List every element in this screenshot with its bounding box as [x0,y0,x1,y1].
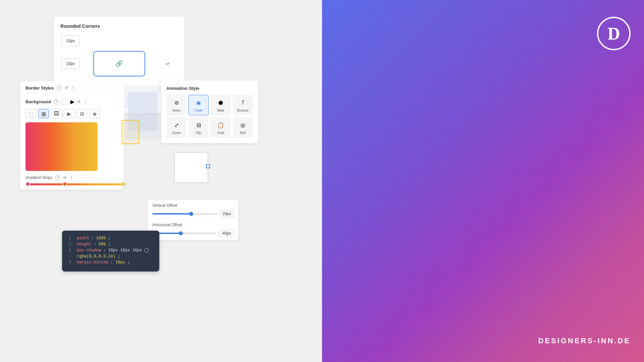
gradient-stop-2[interactable] [62,182,67,186]
code-text-1: width : 100% ; [77,236,111,241]
code-line-num-2: 2 [69,242,73,247]
background-more-icon[interactable]: ⋮ [83,99,88,105]
code-text-3b: rgba(0,0,0,0.24) ; [77,254,120,259]
right-panel: D DESIGNERS-INN.DE [322,0,644,362]
chain-icon: 🔗 [115,60,123,67]
anim-roll-label: Roll [240,131,246,135]
code-text-3: box-shadow : 16px 16px 16px [77,248,149,253]
white-preview-box [174,153,208,183]
animation-style-title: Animation Style [166,86,199,91]
corner-top-left-input[interactable] [61,36,79,46]
animation-grid: ⊘ None ◉ Fade ⬟ Slide ⤴ Bounce ⤢ Zoom [166,95,253,138]
code-line-4: 4 margin-bottom : 10px ; [69,260,153,265]
anim-btn-fade[interactable]: ◉ Fade [189,95,209,115]
background-type-row: ⬚ ▦ 🖼 ▶ ⊞ ◈ [25,109,119,118]
corner-link-icon: ⇌ [166,61,169,66]
anim-btn-roll[interactable]: ◎ Roll [233,117,253,138]
code-line-1: 1 width : 100% ; [69,236,153,241]
anim-bounce-label: Bounce [237,109,249,112]
gradient-slider-track [25,183,124,185]
anim-none-label: None [172,109,180,112]
corner-top-right-input[interactable] [61,58,79,69]
corner-preview-box: 🔗 [93,51,145,76]
bg-type-image[interactable]: 🖼 [51,109,62,118]
vertical-offset-row: 20px [152,210,233,217]
background-copy-icon[interactable] [62,99,68,105]
anim-fade-label: Fade [195,109,203,112]
vertical-offset-value[interactable]: 20px [220,210,233,217]
anim-fade-icon: ◉ [194,98,203,107]
horizontal-offset-thumb[interactable] [179,231,183,235]
anim-btn-bounce[interactable]: ⤴ Bounce [233,95,253,115]
anim-fold-label: Fold [217,131,224,135]
gradient-stops-label: Gradient Stops [25,175,52,180]
code-snippet: 1 width : 100% ; 2 height : 50% ; 3 box-… [62,231,159,272]
rounded-corners-title: Rounded Corners [60,23,178,29]
horizontal-offset-row: -40px [152,230,233,237]
code-line-2: 2 height : 50% ; [69,242,153,247]
gradient-stops-more-icon[interactable]: ⋮ [69,175,74,180]
border-styles-more-icon[interactable]: ⋮ [71,85,75,90]
anim-btn-fold[interactable]: 📋 Fold [211,117,231,138]
anim-btn-none[interactable]: ⊘ None [166,95,186,115]
vertical-offset-fill [152,213,191,215]
code-line-3: 3 box-shadow : 16px 16px 16px [69,248,153,253]
color-swatch [145,248,149,252]
gradient-stop-3[interactable] [121,182,126,186]
background-reset-icon[interactable]: ↺ [77,100,80,104]
bg-type-gradient[interactable]: ▦ [38,109,49,118]
gradient-slider[interactable] [25,183,124,186]
anim-flip-icon: ⊟ [194,120,203,130]
anim-btn-flip[interactable]: ⊟ Flip [189,117,209,138]
background-help-icon[interactable]: ? [54,99,59,105]
border-styles-title: Border Styles [25,85,54,90]
code-text-2: height : 50% ; [77,242,111,247]
border-styles-header: Border Styles ? ↺ ⋮ [25,85,119,90]
anim-zoom-label: Zoom [172,131,181,135]
vertical-offset-slider[interactable] [152,213,217,215]
horizontal-offset-section: Horizontal Offset -40px [148,219,238,240]
anim-bounce-icon: ⤴ [238,98,248,107]
background-section: Background ? ▶ ↺ ⋮ ⬚ ▦ 🖼 ▶ ⊞ ◈ Gradient … [20,95,124,190]
horizontal-offset-title: Horizontal Offset [152,223,233,227]
code-text-4: margin-bottom : 10px ; [77,260,130,265]
bg-type-video[interactable]: ▶ [64,109,74,118]
anim-slide-label: Slide [217,109,224,112]
horizontal-offset-slider[interactable] [152,233,216,234]
vertical-offset-thumb[interactable] [189,212,193,216]
code-line-num-1: 1 [69,236,73,241]
code-line-num-4: 4 [69,260,73,265]
bg-type-color[interactable]: ⬚ [25,109,36,118]
vertical-offset-section: Vertical Offset 20px [148,200,238,221]
gradient-stops-help-icon[interactable]: ? [55,175,60,180]
border-styles-reset-icon[interactable]: ↺ [65,85,68,90]
yellow-preview-box [122,120,139,144]
vertical-offset-title: Vertical Offset [152,203,233,208]
bg-type-mask[interactable]: ◈ [89,109,100,118]
code-line-3b: rgba(0,0,0,0.24) ; [69,254,153,259]
gradient-stop-1[interactable] [25,182,30,186]
gradient-preview [25,122,98,171]
anim-btn-slide[interactable]: ⬟ Slide [211,95,231,115]
right-overlay [322,0,644,362]
border-styles-help-icon[interactable]: ? [57,85,62,90]
anim-fold-icon: 📋 [216,120,225,130]
animation-style-header: Animation Style [166,86,253,91]
anim-none-icon: ⊘ [172,98,181,107]
anim-slide-icon: ⬟ [216,98,225,107]
anim-btn-zoom[interactable]: ⤢ Zoom [166,117,186,138]
gradient-stops-row: Gradient Stops ? ↺ ⋮ [25,175,119,180]
anim-roll-icon: ◎ [238,120,248,130]
gradient-stops-reset-icon[interactable]: ↺ [63,175,66,180]
background-title: Background [25,99,51,104]
blue-dot-preview [206,164,210,168]
anim-flip-label: Flip [196,131,201,135]
bg-type-pattern[interactable]: ⊞ [76,109,87,118]
animation-style-section: Animation Style ⊘ None ◉ Fade ⬟ Slide ⤴ … [161,80,258,143]
left-panel: Rounded Corners ⇌ 🔗 [0,0,322,362]
code-line-num-3: 3 [69,248,73,253]
anim-zoom-icon: ⤢ [172,120,181,130]
background-header: Background ? ▶ ↺ ⋮ [25,99,119,105]
horizontal-offset-value[interactable]: -40px [219,230,233,237]
background-arrow-icon[interactable]: ▶ [70,99,74,105]
